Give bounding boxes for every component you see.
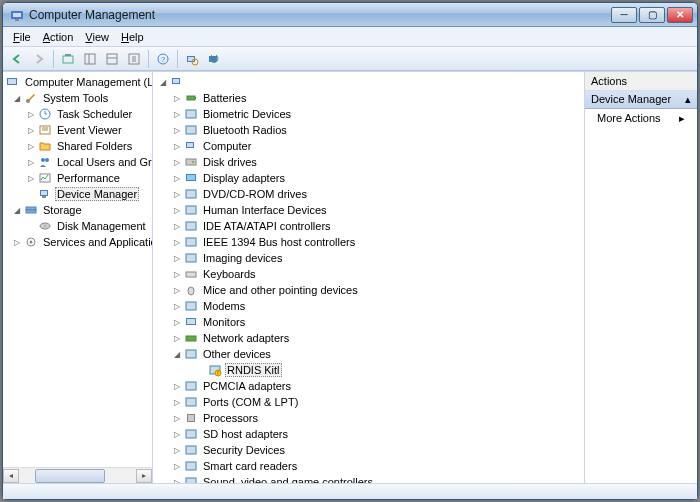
expand-icon[interactable]: ▷ xyxy=(171,476,183,483)
close-button[interactable]: ✕ xyxy=(667,7,693,23)
help-button[interactable]: ? xyxy=(153,49,173,69)
tree-task-scheduler[interactable]: ▷ Task Scheduler xyxy=(3,106,152,122)
device-pcmcia[interactable]: ▷PCMCIA adapters xyxy=(153,378,584,394)
device-ports[interactable]: ▷Ports (COM & LPT) xyxy=(153,394,584,410)
expand-icon[interactable]: ▷ xyxy=(171,108,183,120)
left-pane[interactable]: Computer Management (Local ◢ System Tool… xyxy=(3,72,153,483)
device-ieee1394[interactable]: ▷IEEE 1394 Bus host controllers xyxy=(153,234,584,250)
expand-icon[interactable]: ▷ xyxy=(171,380,183,392)
collapse-icon[interactable]: ◢ xyxy=(11,204,23,216)
device-security[interactable]: ▷Security Devices xyxy=(153,442,584,458)
expand-icon[interactable]: ▷ xyxy=(171,332,183,344)
mmc-icon xyxy=(5,74,21,90)
menu-view[interactable]: View xyxy=(79,29,115,45)
scroll-right-button[interactable]: ▸ xyxy=(136,469,152,483)
device-icon xyxy=(183,442,199,458)
expand-icon[interactable]: ▷ xyxy=(171,316,183,328)
device-modems[interactable]: ▷Modems xyxy=(153,298,584,314)
tree-device-manager[interactable]: Device Manager xyxy=(3,186,152,202)
export-button[interactable] xyxy=(124,49,144,69)
window-title: Computer Management xyxy=(29,8,155,22)
expand-icon[interactable]: ▷ xyxy=(171,396,183,408)
expand-icon[interactable]: ▷ xyxy=(171,268,183,280)
device-network[interactable]: ▷Network adapters xyxy=(153,330,584,346)
device-hid[interactable]: ▷Human Interface Devices xyxy=(153,202,584,218)
actions-more[interactable]: More Actions ▸ xyxy=(585,109,697,128)
expand-icon[interactable]: ▷ xyxy=(171,252,183,264)
device-smartcard[interactable]: ▷Smart card readers xyxy=(153,458,584,474)
expand-icon[interactable]: ▷ xyxy=(171,284,183,296)
device-other[interactable]: ◢Other devices xyxy=(153,346,584,362)
expand-icon[interactable]: ▷ xyxy=(25,156,37,168)
device-imaging[interactable]: ▷Imaging devices xyxy=(153,250,584,266)
expand-icon[interactable]: ▷ xyxy=(171,124,183,136)
chevron-up-icon[interactable]: ▴ xyxy=(685,93,691,106)
expand-icon[interactable]: ▷ xyxy=(171,412,183,424)
expand-icon[interactable]: ▷ xyxy=(25,108,37,120)
expand-icon[interactable]: ▷ xyxy=(171,428,183,440)
tree-disk-management[interactable]: Disk Management xyxy=(3,218,152,234)
expand-icon[interactable]: ▷ xyxy=(25,124,37,136)
device-display[interactable]: ▷Display adapters xyxy=(153,170,584,186)
expand-icon[interactable]: ▷ xyxy=(171,300,183,312)
collapse-icon[interactable]: ◢ xyxy=(11,92,23,104)
tree-root[interactable]: Computer Management (Local xyxy=(3,74,152,90)
device-computer[interactable]: ▷Computer xyxy=(153,138,584,154)
device-icon xyxy=(183,458,199,474)
tree-system-tools[interactable]: ◢ System Tools xyxy=(3,90,152,106)
expand-icon[interactable]: ▷ xyxy=(171,92,183,104)
menu-file[interactable]: File xyxy=(7,29,37,45)
device-dvd[interactable]: ▷DVD/CD-ROM drives xyxy=(153,186,584,202)
device-rndis[interactable]: !RNDIS Kitl xyxy=(153,362,584,378)
device-disk_drives[interactable]: ▷Disk drives xyxy=(153,154,584,170)
device-bluetooth[interactable]: ▷Bluetooth Radios xyxy=(153,122,584,138)
up-button[interactable] xyxy=(58,49,78,69)
device-root[interactable]: ◢ xyxy=(153,74,584,90)
device-ide[interactable]: ▷IDE ATA/ATAPI controllers xyxy=(153,218,584,234)
menu-help[interactable]: Help xyxy=(115,29,150,45)
device-processors[interactable]: ▷Processors xyxy=(153,410,584,426)
expand-icon[interactable]: ▷ xyxy=(171,460,183,472)
device-sound[interactable]: ▷Sound, video and game controllers xyxy=(153,474,584,483)
device-mice[interactable]: ▷Mice and other pointing devices xyxy=(153,282,584,298)
properties-button[interactable] xyxy=(102,49,122,69)
tree-storage[interactable]: ◢ Storage xyxy=(3,202,152,218)
forward-button[interactable] xyxy=(29,49,49,69)
expand-icon[interactable]: ▷ xyxy=(171,172,183,184)
expand-icon[interactable]: ▷ xyxy=(25,172,37,184)
refresh-button[interactable] xyxy=(204,49,224,69)
tree-event-viewer[interactable]: ▷ Event Viewer xyxy=(3,122,152,138)
tree-services-apps[interactable]: ▷ Services and Applications xyxy=(3,234,152,250)
expand-icon[interactable]: ▷ xyxy=(171,236,183,248)
maximize-button[interactable]: ▢ xyxy=(639,7,665,23)
expand-icon[interactable]: ▷ xyxy=(25,140,37,152)
device-biometric[interactable]: ▷Biometric Devices xyxy=(153,106,584,122)
device-batteries[interactable]: ▷Batteries xyxy=(153,90,584,106)
back-button[interactable] xyxy=(7,49,27,69)
show-hide-button[interactable] xyxy=(80,49,100,69)
expand-icon[interactable]: ▷ xyxy=(171,444,183,456)
expand-icon[interactable]: ▷ xyxy=(11,236,23,248)
device-monitors[interactable]: ▷Monitors xyxy=(153,314,584,330)
scroll-thumb[interactable] xyxy=(35,469,105,483)
expand-icon[interactable]: ▷ xyxy=(171,220,183,232)
expand-icon[interactable]: ▷ xyxy=(171,188,183,200)
title-bar[interactable]: Computer Management ─ ▢ ✕ xyxy=(3,3,697,27)
menu-action[interactable]: Action xyxy=(37,29,80,45)
collapse-icon[interactable]: ◢ xyxy=(157,76,169,88)
actions-section[interactable]: Device Manager ▴ xyxy=(585,91,697,109)
tree-performance[interactable]: ▷ Performance xyxy=(3,170,152,186)
expand-icon[interactable]: ▷ xyxy=(171,204,183,216)
device-keyboards[interactable]: ▷Keyboards xyxy=(153,266,584,282)
collapse-icon[interactable]: ◢ xyxy=(171,348,183,360)
device-sd[interactable]: ▷SD host adapters xyxy=(153,426,584,442)
tree-local-users[interactable]: ▷ Local Users and Groups xyxy=(3,154,152,170)
scan-button[interactable] xyxy=(182,49,202,69)
tree-shared-folders[interactable]: ▷ Shared Folders xyxy=(3,138,152,154)
minimize-button[interactable]: ─ xyxy=(611,7,637,23)
left-hscroll[interactable]: ◂ ▸ xyxy=(3,467,152,483)
expand-icon[interactable]: ▷ xyxy=(171,140,183,152)
expand-icon[interactable]: ▷ xyxy=(171,156,183,168)
scroll-left-button[interactable]: ◂ xyxy=(3,469,19,483)
device-tree-pane[interactable]: ◢ ▷Batteries▷Biometric Devices▷Bluetooth… xyxy=(153,72,585,483)
